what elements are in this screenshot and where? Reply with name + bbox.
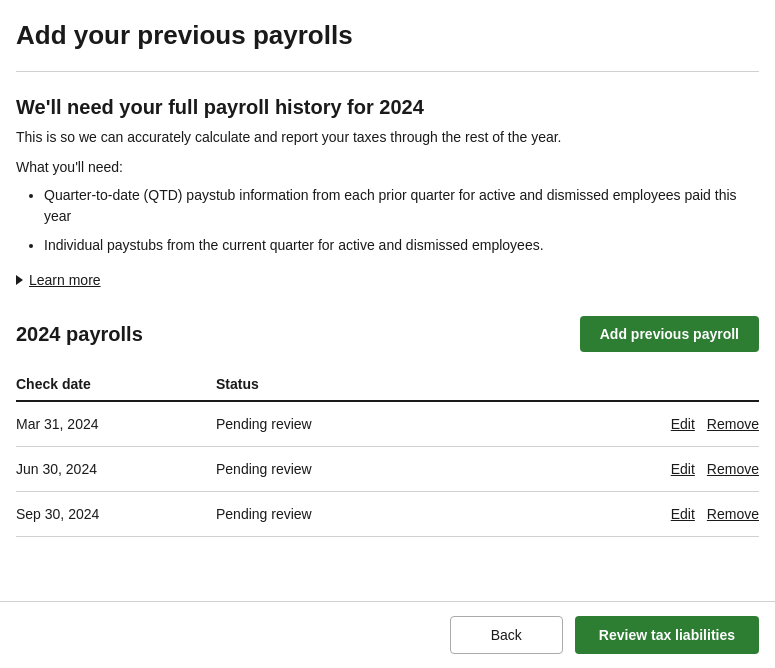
back-button[interactable]: Back [450,616,563,654]
info-heading: We'll need your full payroll history for… [16,96,759,119]
remove-button[interactable]: Remove [707,416,759,432]
learn-more-button[interactable]: Learn more [29,272,101,288]
bullet-item-2: Individual paystubs from the current qua… [44,235,759,256]
check-date-cell: Mar 31, 2024 [16,401,216,447]
add-previous-payroll-button[interactable]: Add previous payroll [580,316,759,352]
table-row: Mar 31, 2024Pending reviewEditRemove [16,401,759,447]
table-row: Sep 30, 2024Pending reviewEditRemove [16,492,759,537]
col-header-check-date: Check date [16,368,216,401]
status-cell: Pending review [216,492,481,537]
payrolls-header: 2024 payrolls Add previous payroll [16,316,759,352]
page-title: Add your previous payrolls [16,20,759,51]
remove-button[interactable]: Remove [707,506,759,522]
bullet-item-1: Quarter-to-date (QTD) paystub informatio… [44,185,759,227]
status-cell: Pending review [216,401,481,447]
check-date-cell: Jun 30, 2024 [16,447,216,492]
edit-button[interactable]: Edit [671,506,695,522]
edit-button[interactable]: Edit [671,461,695,477]
review-tax-liabilities-button[interactable]: Review tax liabilities [575,616,759,654]
col-header-status: Status [216,368,481,401]
payrolls-section-title: 2024 payrolls [16,323,143,346]
actions-cell: EditRemove [481,492,759,537]
section-divider [16,71,759,72]
col-header-actions [481,368,759,401]
footer: Back Review tax liabilities [0,601,775,668]
actions-cell: EditRemove [481,401,759,447]
what-you-need-label: What you'll need: [16,159,759,175]
check-date-cell: Sep 30, 2024 [16,492,216,537]
status-cell: Pending review [216,447,481,492]
remove-button[interactable]: Remove [707,461,759,477]
requirements-list: Quarter-to-date (QTD) paystub informatio… [16,185,759,256]
payrolls-table: Check date Status Mar 31, 2024Pending re… [16,368,759,537]
learn-more-container: Learn more [16,272,759,288]
info-description: This is so we can accurately calculate a… [16,129,759,145]
expand-triangle-icon [16,275,23,285]
table-row: Jun 30, 2024Pending reviewEditRemove [16,447,759,492]
edit-button[interactable]: Edit [671,416,695,432]
actions-cell: EditRemove [481,447,759,492]
